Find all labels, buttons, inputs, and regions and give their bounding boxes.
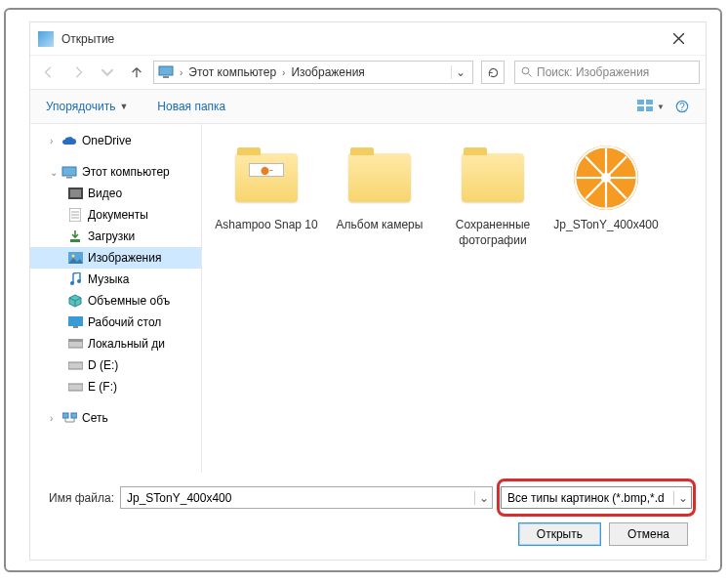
search-icon <box>521 66 533 78</box>
svg-point-23 <box>70 281 74 285</box>
chevron-right-icon: › <box>178 67 184 78</box>
filetype-dropdown[interactable]: ⌄ <box>673 491 691 505</box>
search-placeholder: Поиск: Изображения <box>537 65 649 79</box>
open-file-dialog: Открытие › Этот компьютер › Изображения … <box>29 21 707 561</box>
tree-downloads[interactable]: Загрузки <box>30 226 201 247</box>
view-options-button[interactable]: ▼ <box>637 95 665 118</box>
tree-drive-e[interactable]: E (F:) <box>30 376 201 397</box>
tree-network[interactable]: ›Сеть <box>30 407 201 429</box>
tree-onedrive[interactable]: ›OneDrive <box>30 130 201 151</box>
svg-rect-31 <box>62 413 68 418</box>
file-label: Сохраненные фотографии <box>436 218 549 248</box>
filename-dropdown[interactable]: ⌄ <box>474 491 492 505</box>
tree-drive-d[interactable]: D (E:) <box>30 354 201 376</box>
filename-label: Имя файла: <box>44 491 114 505</box>
titlebar: Открытие <box>30 22 706 56</box>
chevron-right-icon: › <box>280 67 287 78</box>
svg-line-5 <box>529 74 532 77</box>
file-list: ⬤ｰ Ashampoo Snap 10 Альбом камеры Сохран… <box>202 124 706 473</box>
svg-point-24 <box>77 279 81 283</box>
tree-this-pc[interactable]: ⌄Этот компьютер <box>30 161 201 183</box>
svg-rect-25 <box>68 316 83 326</box>
filetype-filter-combo[interactable]: Все типы картинок (*.bmp,*.d ⌄ <box>501 486 692 509</box>
window-title: Открытие <box>61 32 659 46</box>
refresh-button[interactable] <box>481 61 505 84</box>
sidebar-tree: ›OneDrive ⌄Этот компьютер Видео Документ… <box>30 124 202 473</box>
this-pc-icon <box>158 65 174 79</box>
search-input[interactable]: Поиск: Изображения <box>514 61 700 84</box>
file-item[interactable]: Сохраненные фотографии <box>436 140 549 267</box>
svg-rect-6 <box>637 100 644 104</box>
nav-up-button[interactable] <box>124 60 149 85</box>
dialog-footer: Имя файла: ⌄ Все типы картинок (*.bmp,*.… <box>30 473 706 560</box>
svg-rect-27 <box>68 341 83 348</box>
new-folder-button[interactable]: Новая папка <box>151 96 231 117</box>
svg-rect-15 <box>70 189 81 197</box>
close-icon <box>673 33 684 44</box>
help-button[interactable]: ? <box>668 95 696 118</box>
breadcrumb-root[interactable]: Этот компьютер <box>184 65 280 79</box>
filename-combo[interactable]: ⌄ <box>120 486 493 509</box>
svg-rect-32 <box>71 413 77 418</box>
svg-point-22 <box>71 255 74 258</box>
svg-rect-20 <box>70 239 80 242</box>
organize-button[interactable]: Упорядочить▼ <box>40 96 134 117</box>
tree-documents[interactable]: Документы <box>30 204 201 226</box>
app-icon <box>38 31 54 47</box>
svg-rect-13 <box>66 177 72 179</box>
image-thumbnail-icon <box>571 143 641 213</box>
svg-point-4 <box>522 67 529 74</box>
file-label: Ashampoo Snap 10 <box>211 218 321 233</box>
svg-rect-29 <box>68 362 83 369</box>
svg-rect-30 <box>68 384 83 391</box>
tree-desktop[interactable]: Рабочий стол <box>30 312 201 333</box>
nav-bar: › Этот компьютер › Изображения ⌄ Поиск: … <box>30 56 706 89</box>
folder-badge-icon: ⬤ｰ <box>249 163 284 177</box>
address-bar[interactable]: › Этот компьютер › Изображения ⌄ <box>153 61 473 84</box>
filename-input[interactable] <box>121 491 474 505</box>
tree-3d-objects[interactable]: Объемные объ <box>30 290 201 312</box>
file-item[interactable]: ⬤ｰ Ashampoo Snap 10 <box>210 140 323 267</box>
file-item[interactable]: Альбом камеры <box>323 140 436 267</box>
breadcrumb-current[interactable]: Изображения <box>287 65 368 79</box>
svg-rect-28 <box>68 339 83 342</box>
tree-music[interactable]: Музыка <box>30 269 201 290</box>
svg-rect-2 <box>159 66 173 75</box>
file-label: Альбом камеры <box>333 218 427 233</box>
filetype-filter-text: Все типы картинок (*.bmp,*.d <box>502 491 673 505</box>
nav-recent-button[interactable] <box>95 60 120 85</box>
nav-forward-button[interactable] <box>65 60 91 85</box>
open-button[interactable]: Открыть <box>518 522 601 546</box>
close-button[interactable] <box>659 24 698 54</box>
svg-point-46 <box>601 173 611 183</box>
svg-rect-7 <box>646 100 653 104</box>
svg-rect-12 <box>62 167 76 176</box>
svg-rect-9 <box>646 106 653 111</box>
tree-pictures[interactable]: Изображения <box>30 247 201 269</box>
file-item[interactable]: Jp_STonY_400x400 <box>549 140 663 267</box>
toolbar: Упорядочить▼ Новая папка ▼ ? <box>30 89 706 124</box>
tree-videos[interactable]: Видео <box>30 183 201 204</box>
cancel-button[interactable]: Отмена <box>609 522 688 546</box>
nav-back-button[interactable] <box>36 60 61 85</box>
file-label: Jp_STonY_400x400 <box>549 218 662 233</box>
svg-rect-8 <box>637 106 644 111</box>
tree-local-disk[interactable]: Локальный ди <box>30 333 201 354</box>
svg-rect-3 <box>163 76 169 78</box>
svg-text:?: ? <box>679 101 685 112</box>
address-dropdown[interactable]: ⌄ <box>451 65 468 79</box>
svg-rect-26 <box>73 326 78 328</box>
